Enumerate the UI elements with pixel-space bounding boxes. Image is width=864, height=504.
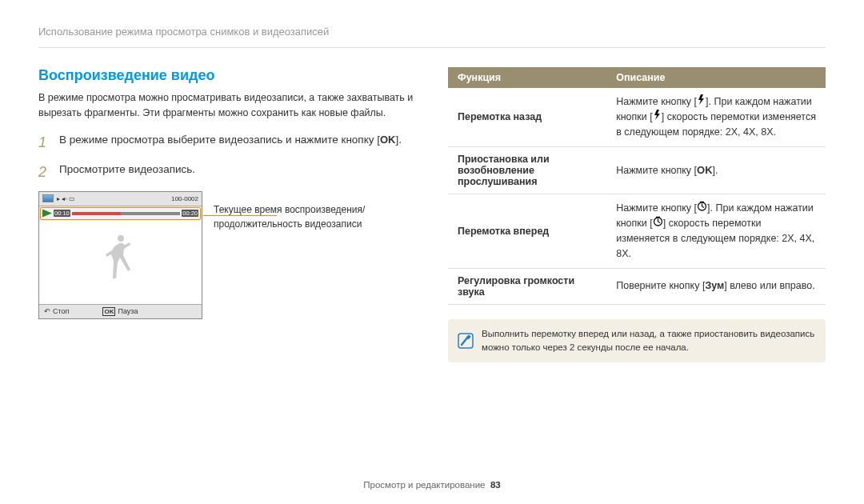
intro-text: В режиме просмотра можно просматривать в… (38, 90, 416, 121)
pause-label: Пауза (118, 307, 138, 315)
section-title: Воспроизведение видео (38, 67, 416, 84)
counter: 100-0002 (171, 195, 198, 202)
manual-page: Использование режима просмотра снимков и… (0, 0, 864, 504)
left-column: Воспроизведение видео В режиме просмотра… (38, 67, 416, 362)
desc-part: ] влево или вправо. (724, 280, 814, 291)
step-text: Просмотрите видеозапись. (59, 162, 416, 183)
flash-icon (697, 94, 706, 110)
step-number: 2 (38, 162, 59, 183)
desc-rewind: Нажмите кнопку []. При каждом нажатии кн… (606, 88, 826, 146)
desc-part: Нажмите кнопку [ (616, 165, 697, 176)
stop-label: Стоп (53, 307, 69, 315)
table-row: Регулировка громкости звука Поверните кн… (448, 268, 826, 304)
desc-bold: Зум (705, 280, 724, 291)
thumbnail-icon (42, 194, 54, 202)
time-total: 00:20 (182, 210, 198, 217)
ok-icon: OK (102, 307, 115, 316)
timer-icon (653, 216, 663, 231)
table-row: Перемотка назад Нажмите кнопку []. При к… (448, 88, 826, 146)
note-icon (458, 333, 474, 349)
status-icons: ▸ ◂◦ ▭ (57, 195, 75, 202)
back-icon: ↶ (44, 307, 50, 315)
callout-label: Текущее время воспроизведения/продолжите… (214, 204, 365, 230)
progress-bar (72, 212, 180, 215)
ok-label: OK (697, 164, 713, 176)
desc-pause: Нажмите кнопку [OK]. (606, 146, 826, 194)
footer-section: Просмотр и редактирование (363, 480, 485, 490)
func-volume: Регулировка громкости звука (448, 268, 606, 304)
step-text-part: ]. (395, 134, 402, 146)
stop-button: ↶ Стоп (44, 307, 69, 315)
play-icon (42, 210, 52, 218)
desc-forward: Нажмите кнопку []. При каждом нажатии кн… (606, 194, 826, 268)
desc-part: ]. (713, 165, 718, 176)
play-mode-icon: ▸ (57, 195, 60, 202)
functions-table: Функция Описание Перемотка назад Нажмите… (448, 67, 826, 305)
desc-part: Нажмите кнопку [ (616, 96, 697, 107)
step-1: 1 В режиме просмотра выберите видеозапис… (38, 132, 416, 154)
desc-volume: Поверните кнопку [Зум] влево или вправо. (606, 268, 826, 304)
th-function: Функция (448, 67, 606, 88)
func-pause: Приостановка или возобновление прослушив… (448, 146, 606, 194)
breadcrumb: Использование режима просмотра снимков и… (38, 26, 826, 38)
sound-icon: ◂◦ (62, 195, 67, 202)
table-row: Приостановка или возобновление прослушив… (448, 146, 826, 194)
func-rewind: Перемотка назад (448, 88, 606, 146)
flash-icon (653, 110, 662, 125)
table-row: Перемотка вперед Нажмите кнопку []. При … (448, 194, 826, 268)
ok-label: OK (380, 134, 396, 146)
right-column: Функция Описание Перемотка назад Нажмите… (448, 67, 826, 362)
card-icon: ▭ (69, 195, 75, 202)
step-text: В режиме просмотра выберите видеозапись … (59, 132, 416, 154)
step-2: 2 Просмотрите видеозапись. (38, 162, 416, 183)
func-forward: Перемотка вперед (448, 194, 606, 268)
page-footer: Просмотр и редактирование 83 (0, 480, 864, 490)
screenshot-section: ▸ ◂◦ ▭ 100-0002 00:10 00:20 (38, 191, 416, 319)
step-text-part: В режиме просмотра выберите видеозапись … (59, 134, 380, 146)
callout-line (203, 215, 277, 216)
screenshot-top-bar: ▸ ◂◦ ▭ 100-0002 (39, 192, 202, 206)
dancer-silhouette (105, 230, 137, 294)
screenshot-bottom-bar: ↶ Стоп OK Пауза (39, 304, 202, 318)
th-description: Описание (606, 67, 826, 88)
desc-part: Поверните кнопку [ (616, 280, 705, 291)
note-text: Выполнить перемотку вперед или назад, а … (482, 327, 816, 355)
progress-row: 00:10 00:20 (40, 207, 201, 220)
desc-part: Нажмите кнопку [ (616, 202, 697, 214)
note-box: Выполнить перемотку вперед или назад, а … (448, 319, 826, 363)
camera-screenshot: ▸ ◂◦ ▭ 100-0002 00:10 00:20 (38, 191, 202, 319)
divider (38, 47, 826, 48)
timer-icon (697, 201, 707, 216)
pause-button: OK Пауза (102, 307, 138, 316)
page-number: 83 (490, 480, 501, 490)
time-current: 00:10 (54, 210, 70, 217)
callout-text: Текущее время воспроизведения/продолжите… (214, 191, 416, 319)
content-columns: Воспроизведение видео В режиме просмотра… (38, 67, 826, 362)
step-number: 1 (38, 132, 59, 154)
screenshot-body (39, 221, 202, 304)
